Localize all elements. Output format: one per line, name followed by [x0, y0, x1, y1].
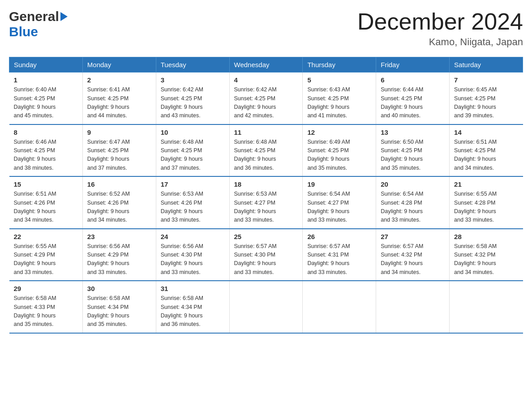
day-number: 25 — [234, 233, 298, 240]
day-number: 31 — [161, 285, 225, 292]
calendar-cell: 4Sunrise: 6:42 AMSunset: 4:25 PMDaylight… — [229, 73, 303, 124]
calendar-cell: 25Sunrise: 6:57 AMSunset: 4:30 PMDayligh… — [229, 229, 303, 281]
calendar-cell: 6Sunrise: 6:44 AMSunset: 4:25 PMDaylight… — [376, 73, 450, 124]
calendar-cell — [450, 281, 523, 333]
day-number: 22 — [14, 233, 78, 240]
day-number: 26 — [307, 233, 371, 240]
calendar-cell: 23Sunrise: 6:56 AMSunset: 4:29 PMDayligh… — [82, 229, 156, 281]
day-info: Sunrise: 6:44 AMSunset: 4:25 PMDaylight:… — [381, 86, 445, 120]
calendar-cell: 24Sunrise: 6:56 AMSunset: 4:30 PMDayligh… — [156, 229, 229, 281]
weekday-header-saturday: Saturday — [450, 57, 523, 73]
day-number: 21 — [454, 180, 518, 188]
weekday-header-thursday: Thursday — [303, 57, 376, 73]
calendar-cell — [229, 281, 303, 333]
day-number: 20 — [381, 180, 445, 188]
day-info: Sunrise: 6:58 AMSunset: 4:34 PMDaylight:… — [87, 294, 151, 329]
day-info: Sunrise: 6:57 AMSunset: 4:30 PMDaylight:… — [234, 242, 298, 277]
calendar-cell: 21Sunrise: 6:55 AMSunset: 4:28 PMDayligh… — [450, 176, 523, 229]
day-info: Sunrise: 6:53 AMSunset: 4:27 PMDaylight:… — [234, 190, 298, 225]
day-info: Sunrise: 6:48 AMSunset: 4:25 PMDaylight:… — [161, 138, 225, 173]
day-info: Sunrise: 6:48 AMSunset: 4:25 PMDaylight:… — [234, 138, 298, 173]
calendar-cell: 30Sunrise: 6:58 AMSunset: 4:34 PMDayligh… — [82, 281, 156, 333]
day-info: Sunrise: 6:56 AMSunset: 4:30 PMDaylight:… — [161, 242, 225, 277]
calendar-cell: 31Sunrise: 6:58 AMSunset: 4:34 PMDayligh… — [156, 281, 229, 333]
day-info: Sunrise: 6:54 AMSunset: 4:28 PMDaylight:… — [381, 190, 445, 225]
calendar-subtitle: Kamo, Niigata, Japan — [357, 36, 523, 48]
calendar-cell: 28Sunrise: 6:58 AMSunset: 4:32 PMDayligh… — [450, 229, 523, 281]
calendar-week-row: 15Sunrise: 6:51 AMSunset: 4:26 PMDayligh… — [9, 176, 523, 229]
day-number: 28 — [454, 233, 518, 240]
day-info: Sunrise: 6:58 AMSunset: 4:34 PMDaylight:… — [161, 294, 225, 329]
weekday-header-row: SundayMondayTuesdayWednesdayThursdayFrid… — [9, 57, 523, 73]
day-info: Sunrise: 6:50 AMSunset: 4:25 PMDaylight:… — [381, 138, 445, 173]
page-header: General Blue December 2024 Kamo, Niigata… — [9, 9, 523, 48]
day-number: 17 — [161, 180, 225, 188]
day-number: 27 — [381, 233, 445, 240]
calendar-cell: 12Sunrise: 6:49 AMSunset: 4:25 PMDayligh… — [303, 124, 376, 177]
weekday-header-wednesday: Wednesday — [229, 57, 303, 73]
calendar-week-row: 22Sunrise: 6:55 AMSunset: 4:29 PMDayligh… — [9, 229, 523, 281]
calendar-cell: 3Sunrise: 6:42 AMSunset: 4:25 PMDaylight… — [156, 73, 229, 124]
calendar-cell: 20Sunrise: 6:54 AMSunset: 4:28 PMDayligh… — [376, 176, 450, 229]
calendar-cell: 7Sunrise: 6:45 AMSunset: 4:25 PMDaylight… — [450, 73, 523, 124]
calendar-cell: 8Sunrise: 6:46 AMSunset: 4:25 PMDaylight… — [9, 124, 83, 177]
weekday-header-sunday: Sunday — [9, 57, 83, 73]
calendar-cell — [376, 281, 450, 333]
calendar-cell: 14Sunrise: 6:51 AMSunset: 4:25 PMDayligh… — [450, 124, 523, 177]
calendar-week-row: 29Sunrise: 6:58 AMSunset: 4:33 PMDayligh… — [9, 281, 523, 333]
calendar-cell — [303, 281, 376, 333]
logo-blue: Blue — [9, 24, 68, 39]
calendar-cell: 1Sunrise: 6:40 AMSunset: 4:25 PMDaylight… — [9, 73, 83, 124]
day-info: Sunrise: 6:55 AMSunset: 4:29 PMDaylight:… — [14, 242, 78, 277]
day-info: Sunrise: 6:55 AMSunset: 4:28 PMDaylight:… — [454, 190, 518, 225]
day-number: 16 — [87, 180, 151, 188]
day-number: 12 — [307, 128, 371, 136]
day-number: 3 — [161, 76, 225, 84]
day-number: 29 — [14, 285, 78, 292]
day-number: 30 — [87, 285, 151, 292]
day-info: Sunrise: 6:56 AMSunset: 4:29 PMDaylight:… — [87, 242, 151, 277]
calendar-table: SundayMondayTuesdayWednesdayThursdayFrid… — [9, 57, 523, 334]
calendar-cell: 29Sunrise: 6:58 AMSunset: 4:33 PMDayligh… — [9, 281, 83, 333]
day-info: Sunrise: 6:46 AMSunset: 4:25 PMDaylight:… — [14, 138, 78, 173]
day-number: 4 — [234, 76, 298, 84]
logo: General Blue — [9, 9, 68, 39]
calendar-cell: 10Sunrise: 6:48 AMSunset: 4:25 PMDayligh… — [156, 124, 229, 177]
day-info: Sunrise: 6:51 AMSunset: 4:26 PMDaylight:… — [14, 190, 78, 225]
logo-general: General — [9, 9, 59, 24]
day-info: Sunrise: 6:58 AMSunset: 4:33 PMDaylight:… — [14, 294, 78, 329]
day-info: Sunrise: 6:52 AMSunset: 4:26 PMDaylight:… — [87, 190, 151, 225]
day-info: Sunrise: 6:42 AMSunset: 4:25 PMDaylight:… — [234, 86, 298, 120]
day-info: Sunrise: 6:54 AMSunset: 4:27 PMDaylight:… — [307, 190, 371, 225]
day-number: 9 — [87, 128, 151, 136]
calendar-cell: 9Sunrise: 6:47 AMSunset: 4:25 PMDaylight… — [82, 124, 156, 177]
calendar-cell: 18Sunrise: 6:53 AMSunset: 4:27 PMDayligh… — [229, 176, 303, 229]
day-info: Sunrise: 6:49 AMSunset: 4:25 PMDaylight:… — [307, 138, 371, 173]
day-info: Sunrise: 6:42 AMSunset: 4:25 PMDaylight:… — [161, 86, 225, 120]
logo-arrow-icon — [60, 12, 68, 21]
day-number: 2 — [87, 76, 151, 84]
day-number: 23 — [87, 233, 151, 240]
calendar-title: December 2024 — [357, 9, 523, 34]
calendar-cell: 13Sunrise: 6:50 AMSunset: 4:25 PMDayligh… — [376, 124, 450, 177]
day-info: Sunrise: 6:53 AMSunset: 4:26 PMDaylight:… — [161, 190, 225, 225]
day-info: Sunrise: 6:41 AMSunset: 4:25 PMDaylight:… — [87, 86, 151, 120]
day-info: Sunrise: 6:40 AMSunset: 4:25 PMDaylight:… — [14, 86, 78, 120]
day-info: Sunrise: 6:57 AMSunset: 4:32 PMDaylight:… — [381, 242, 445, 277]
day-number: 11 — [234, 128, 298, 136]
calendar-cell: 19Sunrise: 6:54 AMSunset: 4:27 PMDayligh… — [303, 176, 376, 229]
calendar-cell: 22Sunrise: 6:55 AMSunset: 4:29 PMDayligh… — [9, 229, 83, 281]
day-number: 19 — [307, 180, 371, 188]
day-info: Sunrise: 6:45 AMSunset: 4:25 PMDaylight:… — [454, 86, 518, 120]
day-number: 5 — [307, 76, 371, 84]
weekday-header-friday: Friday — [376, 57, 450, 73]
day-number: 13 — [381, 128, 445, 136]
calendar-cell: 2Sunrise: 6:41 AMSunset: 4:25 PMDaylight… — [82, 73, 156, 124]
weekday-header-monday: Monday — [82, 57, 156, 73]
calendar-cell: 5Sunrise: 6:43 AMSunset: 4:25 PMDaylight… — [303, 73, 376, 124]
day-number: 10 — [161, 128, 225, 136]
day-info: Sunrise: 6:51 AMSunset: 4:25 PMDaylight:… — [454, 138, 518, 173]
calendar-cell: 27Sunrise: 6:57 AMSunset: 4:32 PMDayligh… — [376, 229, 450, 281]
day-number: 14 — [454, 128, 518, 136]
calendar-week-row: 1Sunrise: 6:40 AMSunset: 4:25 PMDaylight… — [9, 73, 523, 124]
